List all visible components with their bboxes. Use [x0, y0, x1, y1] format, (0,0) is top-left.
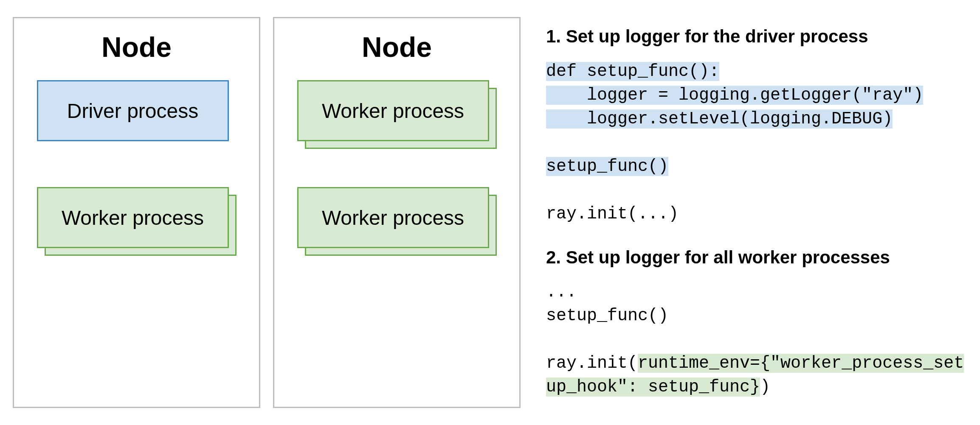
code-line — [546, 131, 967, 155]
code-frag: setup_func() — [546, 306, 668, 325]
worker-process-box: Worker process — [297, 80, 489, 141]
code-panel: 1. Set up logger for the driver processd… — [546, 17, 967, 408]
code-frag: ray.init( — [546, 354, 638, 373]
code-frag: def setup_func(): — [546, 62, 719, 81]
code-line — [546, 328, 967, 352]
driver-process: Driver process — [37, 80, 237, 149]
node-title: Node — [101, 31, 172, 63]
diagram-panel: NodeDriver processWorker processNodeWork… — [13, 17, 521, 408]
node-box: NodeDriver processWorker process — [13, 17, 260, 408]
worker-process-box: Worker process — [297, 187, 489, 248]
code-line: ray.init(runtime_env={"worker_process_se… — [546, 352, 967, 399]
worker-process-stack: Worker process — [297, 80, 497, 149]
code-block: def setup_func(): logger = logging.getLo… — [546, 60, 967, 226]
worker-process-box: Worker process — [37, 187, 229, 248]
code-line: logger = logging.getLogger("ray") — [546, 84, 967, 107]
section-heading: 2. Set up logger for all worker processe… — [546, 246, 967, 270]
code-line: def setup_func(): — [546, 60, 967, 84]
code-line: logger.setLevel(logging.DEBUG) — [546, 107, 967, 131]
code-line: setup_func() — [546, 155, 967, 179]
code-line: ray.init(...) — [546, 202, 967, 226]
code-frag: setup_func() — [546, 157, 668, 176]
code-frag: logger = logging.getLogger("ray") — [546, 86, 923, 105]
section-heading: 1. Set up logger for the driver process — [546, 25, 967, 49]
code-frag: ) — [760, 377, 770, 397]
code-line — [546, 179, 967, 202]
code-frag: ... — [546, 282, 577, 302]
code-frag: ray.init(...) — [546, 204, 679, 224]
code-line: ... — [546, 280, 967, 304]
worker-process-stack: Worker process — [37, 187, 237, 256]
code-frag: logger.setLevel(logging.DEBUG) — [546, 109, 893, 129]
worker-process-stack: Worker process — [297, 187, 497, 256]
code-line: setup_func() — [546, 304, 967, 328]
node-title: Node — [362, 31, 432, 63]
driver-process-box: Driver process — [37, 80, 229, 141]
node-box: NodeWorker processWorker process — [273, 17, 521, 408]
code-block: ...setup_func() ray.init(runtime_env={"w… — [546, 280, 967, 399]
